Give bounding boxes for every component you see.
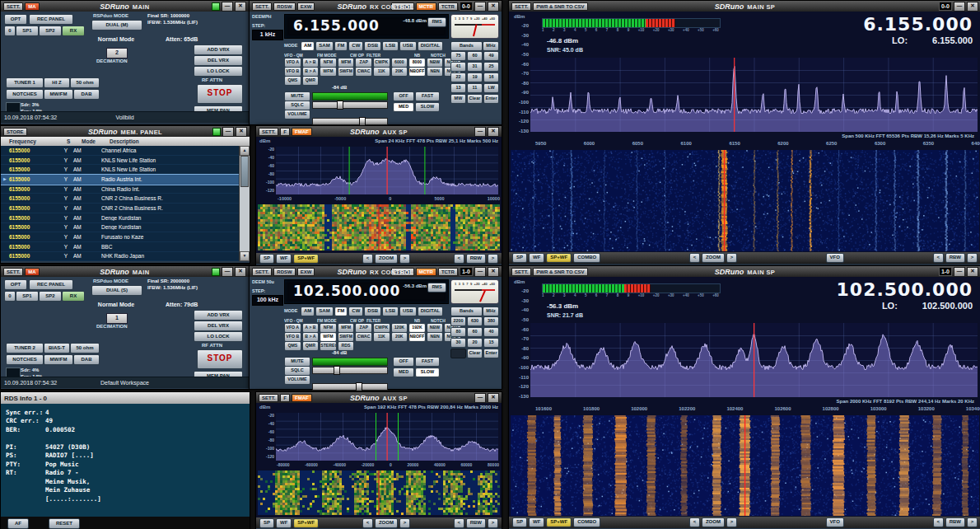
mode-button[interactable]: SAM	[315, 41, 333, 51]
minimize-button[interactable]: —	[474, 393, 486, 403]
band-button[interactable]: 60	[467, 327, 483, 337]
vfo-button[interactable]: VFO	[826, 253, 844, 263]
agc-button[interactable]: OFF	[393, 357, 414, 367]
frequency-display[interactable]: 6.155.000 -48.8 dBm RMS	[284, 14, 449, 39]
band-button[interactable]: 75	[450, 51, 466, 61]
dual-mode-dropdown[interactable]: DUAL (M)	[91, 20, 142, 30]
titlebar[interactable]: SETT. F FMAF SDRunoAUX SP —✕	[256, 126, 502, 137]
rx-grid-button[interactable]: QMS	[284, 341, 301, 351]
table-row[interactable]: 6155000YAMBBC	[1, 242, 240, 252]
settings-button[interactable]: SETT.	[3, 268, 23, 276]
rbw-down-button[interactable]: <	[933, 517, 944, 527]
band-button[interactable]: 630	[467, 316, 483, 326]
band-button[interactable]: 49	[483, 51, 499, 61]
rx-grid-button[interactable]: CWAC	[355, 332, 372, 342]
mode-button[interactable]: DIGITAL	[418, 41, 444, 51]
squelch-slider[interactable]	[312, 367, 388, 374]
close-button[interactable]: ✕	[235, 2, 246, 12]
scroll-down-icon[interactable]: ▼	[240, 251, 250, 261]
settings-button[interactable]: SETT.	[511, 268, 531, 276]
tctr-button[interactable]: TCTR	[438, 268, 458, 276]
view-button[interactable]: SP	[512, 253, 527, 263]
table-row[interactable]: 6155000YAMChina Radio Int.	[1, 185, 240, 194]
csv-export-button[interactable]: PWR & SNR TO CSV	[533, 268, 587, 276]
close-button[interactable]: ✕	[488, 2, 499, 12]
minimize-button[interactable]: —	[474, 127, 486, 137]
sp2-button[interactable]: SP2	[39, 26, 62, 36]
rbw-button[interactable]: RBW	[466, 254, 486, 264]
zoom-out-button[interactable]: <	[362, 254, 373, 264]
rbw-up-button[interactable]: >	[967, 253, 978, 263]
main-waterfall-display[interactable]	[511, 150, 979, 251]
band-button[interactable]: 2200	[450, 316, 466, 326]
zoom-in-button[interactable]: >	[399, 518, 410, 528]
agc-button[interactable]: FAST	[415, 357, 440, 367]
zoom-out-button[interactable]: <	[689, 253, 700, 263]
settings-button[interactable]: SETT.	[252, 2, 272, 11]
rbw-button[interactable]: RBW	[945, 253, 965, 263]
af-button[interactable]: AF	[7, 518, 29, 529]
titlebar[interactable]: SETT. RDSW EXW SDRunoRX CONTROL RSYN1 MC…	[250, 1, 502, 12]
view-button[interactable]: SP	[259, 254, 274, 264]
rx-grid-button[interactable]: NBOFF	[408, 332, 426, 342]
exw-button[interactable]: EXW	[297, 2, 315, 11]
rx-grid-button[interactable]: 20K	[391, 332, 408, 342]
band-button[interactable]: 19	[467, 73, 483, 82]
band-button[interactable]: 31	[467, 62, 483, 72]
band-button[interactable]: Enter	[483, 349, 499, 358]
rx-grid-button[interactable]: 20K	[391, 67, 408, 77]
scroll-up-icon[interactable]: ▲	[240, 146, 250, 156]
volume-button[interactable]: VOLUME	[284, 110, 310, 119]
aux-spectrum-display[interactable]	[276, 413, 498, 461]
band-button[interactable]: 40	[483, 327, 499, 337]
rx-grid-button[interactable]: NBOFF	[408, 67, 426, 77]
minimize-button[interactable]: —	[222, 2, 233, 12]
table-row[interactable]: ▶6155000YAMRadio Austria Int.	[1, 175, 240, 185]
vrx-number-button[interactable]: 0	[4, 26, 16, 36]
deemph-label[interactable]: DEEMPH	[252, 14, 272, 19]
close-button[interactable]: ✕	[488, 127, 499, 137]
view-button[interactable]: WF	[276, 518, 292, 528]
close-button[interactable]: ✕	[488, 267, 499, 277]
minimize-button[interactable]: —	[474, 2, 486, 12]
minimize-button[interactable]: —	[954, 267, 965, 277]
volume-slider[interactable]	[312, 118, 388, 125]
zoom-button[interactable]: ZOOM	[702, 517, 725, 527]
view-button[interactable]: WF	[276, 254, 292, 264]
view-button[interactable]: WF	[529, 253, 544, 263]
table-row[interactable]: 6155000YAMDenge Kurdistan	[1, 223, 240, 233]
agc-button[interactable]: OFF	[393, 91, 414, 101]
close-button[interactable]: ✕	[488, 393, 499, 403]
table-row[interactable]: 6155000YAMFurusato no Kaze	[1, 232, 240, 242]
mode-button[interactable]: AM	[301, 41, 315, 51]
band-button[interactable]: 380	[483, 316, 499, 326]
rx-grid-button[interactable]: CWAC	[355, 67, 372, 77]
opt-button[interactable]: OPT	[4, 279, 27, 290]
rms-button[interactable]: RMS	[427, 283, 446, 293]
band-button[interactable]: 11	[467, 83, 483, 93]
settings-button[interactable]: SETT.	[259, 394, 278, 402]
input-50ohm-button[interactable]: 50 ohm	[70, 343, 100, 353]
aux-waterfall-display[interactable]	[258, 204, 500, 250]
tctr-button[interactable]: TCTR	[438, 2, 458, 11]
mwfm-notch-button[interactable]: MW/FM	[44, 354, 73, 365]
mode-button[interactable]: USB	[399, 41, 417, 51]
mhz-button[interactable]: MHz	[483, 41, 499, 51]
view-button[interactable]: SP	[259, 518, 274, 528]
agc-button[interactable]: MED	[393, 367, 414, 377]
zoom-button[interactable]: ZOOM	[375, 518, 398, 528]
rbw-up-button[interactable]: >	[488, 518, 498, 528]
minimize-button[interactable]: —	[222, 127, 234, 137]
band-button[interactable]: 60	[467, 51, 483, 61]
dab-notch-button[interactable]: DAB	[73, 354, 100, 365]
volume-slider[interactable]	[312, 383, 388, 391]
decimation-value[interactable]: 1	[106, 313, 128, 324]
mode-button[interactable]: CW	[348, 307, 363, 316]
zoom-in-button[interactable]: >	[726, 517, 737, 527]
agc-button[interactable]: FAST	[415, 91, 440, 101]
band-button[interactable]: LW	[483, 83, 499, 93]
rms-button[interactable]: RMS	[427, 17, 446, 27]
band-button[interactable]: Clear	[467, 349, 483, 358]
slider-handle[interactable]	[356, 382, 362, 391]
mode-button[interactable]: USB	[399, 307, 417, 316]
